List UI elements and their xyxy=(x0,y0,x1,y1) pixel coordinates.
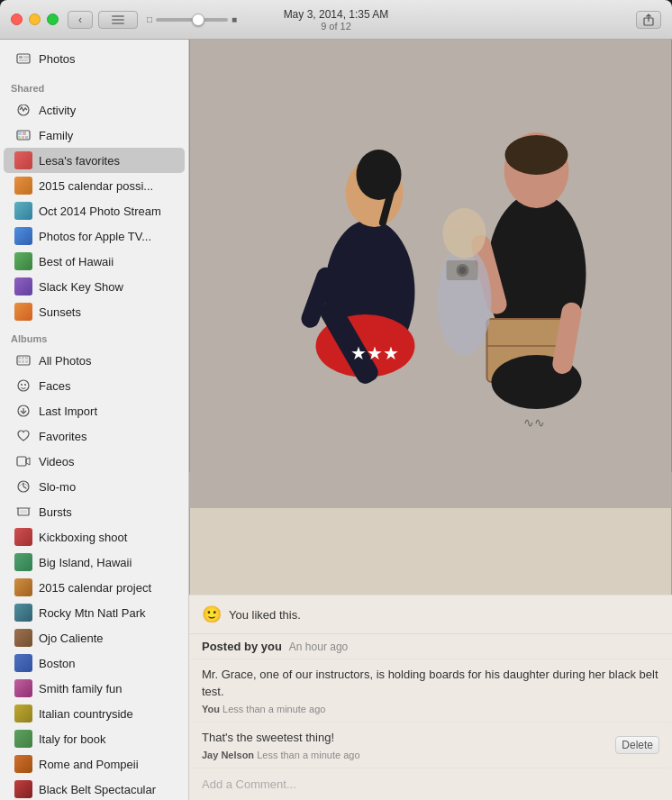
sidebar-item-kickboxing[interactable]: Kickboxing shoot xyxy=(4,524,185,550)
sidebar-item-videos[interactable]: Videos xyxy=(4,449,185,474)
sidebar-ojocaliente-label: Ojo Caliente xyxy=(39,632,104,645)
titlebar-info: May 3, 2014, 1:35 AM 9 of 12 xyxy=(284,8,389,32)
sidebar-2015calendarproject-label: 2015 calendar project xyxy=(39,581,151,595)
posted-time: An hour ago xyxy=(289,641,348,653)
sidebar-item-italyforbook[interactable]: Italy for book xyxy=(4,726,185,751)
bigisland-thumb xyxy=(14,553,32,571)
sidebar-item-ojocaliente[interactable]: Ojo Caliente xyxy=(4,625,185,650)
sidebar-item-bursts[interactable]: Bursts xyxy=(4,499,185,524)
sidebar-item-faces[interactable]: Faces xyxy=(4,373,185,398)
sidebar-item-bigisland[interactable]: Big Island, Hawaii xyxy=(4,550,185,575)
sidebar-photos-label: Photos xyxy=(39,52,75,66)
sidebar-faces-label: Faces xyxy=(39,379,70,393)
svg-rect-17 xyxy=(25,360,28,363)
sidebar-item-blackbelt[interactable]: Black Belt Spectacular xyxy=(4,777,185,800)
zoom-in-icon: ■ xyxy=(232,14,237,24)
albums-section-header: Albums xyxy=(0,324,188,348)
zoom-slider[interactable]: □ ■ xyxy=(147,14,237,24)
sidebar-item-oct2014[interactable]: Oct 2014 Photo Stream xyxy=(4,198,185,223)
slackkey-thumb xyxy=(14,277,32,295)
sidebar-sunsets-label: Sunsets xyxy=(39,305,81,319)
sidebar-blackbelt-label: Black Belt Spectacular xyxy=(39,783,156,796)
bursts-icon xyxy=(14,503,32,521)
photosappletv-thumb xyxy=(14,227,32,245)
sidebar-item-family[interactable]: Family xyxy=(4,123,185,148)
sidebar-item-sunsets[interactable]: Sunsets xyxy=(4,299,185,324)
svg-rect-15 xyxy=(18,360,21,363)
sidebar-slowmo-label: Slo-mo xyxy=(39,480,76,494)
svg-rect-26 xyxy=(20,510,27,514)
main-content: Photos Shared Activity xyxy=(0,40,672,800)
romeandpompeii-thumb xyxy=(14,755,32,773)
favorites-icon xyxy=(14,427,32,445)
add-comment-input[interactable]: Add a Comment... xyxy=(189,768,672,800)
svg-rect-6 xyxy=(18,132,22,135)
sidebar-item-activity[interactable]: Activity xyxy=(4,97,185,123)
comment1-author: You xyxy=(202,704,220,714)
sidebar-toggle-button[interactable] xyxy=(98,11,138,29)
comment2-time: Less than a minute ago xyxy=(257,750,359,760)
sidebar-item-rockymtn[interactable]: Rocky Mtn Natl Park xyxy=(4,600,185,625)
comment2-meta: Jay Nelson Less than a minute ago xyxy=(202,750,608,760)
add-comment-placeholder: Add a Comment... xyxy=(202,777,296,791)
sidebar-item-romeandpompeii[interactable]: Rome and Pompeii xyxy=(4,751,185,777)
sidebar-item-boston[interactable]: Boston xyxy=(4,650,185,676)
posted-by-bar: Posted by you An hour ago xyxy=(189,634,672,659)
slider-track[interactable] xyxy=(156,18,228,22)
sidebar-romeandpompeii-label: Rome and Pompeii xyxy=(39,758,139,771)
sidebar-kickboxing-label: Kickboxing shoot xyxy=(39,531,127,544)
traffic-lights xyxy=(11,14,59,25)
delete-button[interactable]: Delete xyxy=(615,736,659,754)
svg-rect-2 xyxy=(19,56,23,59)
smithfamily-thumb xyxy=(14,679,32,697)
sidebar-favorites-label: Favorites xyxy=(39,430,86,443)
sidebar-family-label: Family xyxy=(39,129,73,142)
sidebar-item-lastimport[interactable]: Last Import xyxy=(4,398,185,423)
maximize-button[interactable] xyxy=(47,14,59,25)
italyforbook-thumb xyxy=(14,730,32,748)
svg-rect-14 xyxy=(25,357,28,359)
svg-point-50 xyxy=(443,208,486,259)
2015calendarproject-thumb xyxy=(14,578,32,596)
svg-rect-12 xyxy=(18,357,21,359)
svg-rect-10 xyxy=(25,136,28,139)
sidebar-slackkey-label: Slack Key Show xyxy=(39,280,123,294)
oct2014-thumb xyxy=(14,202,32,220)
sidebar-lastimport-label: Last Import xyxy=(39,405,97,418)
share-button[interactable] xyxy=(636,11,661,29)
slowmo-icon xyxy=(14,477,32,495)
sidebar-item-photosappletv[interactable]: Photos for Apple TV... xyxy=(4,223,185,249)
sidebar-smithfamily-label: Smith family fun xyxy=(39,682,122,695)
sidebar-item-smithfamily[interactable]: Smith family fun xyxy=(4,676,185,701)
svg-rect-9 xyxy=(22,136,24,139)
sidebar-item-bestofhawaii[interactable]: Best of Hawaii xyxy=(4,249,185,274)
sidebar-item-2015calendarproject[interactable]: 2015 calendar project xyxy=(4,575,185,600)
close-button[interactable] xyxy=(11,14,23,25)
sidebar-item-italiancountryside[interactable]: Italian countryside xyxy=(4,701,185,726)
sidebar-activity-label: Activity xyxy=(39,104,76,117)
sidebar-item-slowmo[interactable]: Slo-mo xyxy=(4,474,185,499)
svg-rect-23 xyxy=(17,457,26,466)
sunsets-thumb xyxy=(14,303,32,321)
bestofhawaii-thumb xyxy=(14,252,32,270)
svg-point-42 xyxy=(505,135,568,175)
sidebar-item-favorites[interactable]: Favorites xyxy=(4,423,185,449)
ojocaliente-thumb xyxy=(14,629,32,647)
lastimport-icon xyxy=(14,402,32,420)
sidebar-item-2015calendar[interactable]: 2015 calendar possi... xyxy=(4,173,185,198)
comment-overlay: 🙂 You liked this. Posted by you An hour … xyxy=(189,595,672,800)
kickboxing-thumb xyxy=(14,528,32,546)
back-button[interactable]: ‹ xyxy=(68,11,93,29)
svg-rect-31 xyxy=(190,40,672,508)
sidebar-item-slackkey[interactable]: Slack Key Show xyxy=(4,274,185,299)
sidebar-item-lesasfavorites[interactable]: Lesa's favorites xyxy=(4,148,185,173)
sidebar-lesasfavorites-label: Lesa's favorites xyxy=(39,154,120,168)
sidebar-italyforbook-label: Italy for book xyxy=(39,732,105,746)
sidebar-item-allphotos[interactable]: All Photos xyxy=(4,348,185,373)
minimize-button[interactable] xyxy=(29,14,41,25)
sidebar-rockymtn-label: Rocky Mtn Natl Park xyxy=(39,606,145,620)
svg-rect-8 xyxy=(18,136,21,139)
sidebar-item-photos[interactable]: Photos xyxy=(4,45,185,72)
like-bar: 🙂 You liked this. xyxy=(189,595,672,634)
photos-icon xyxy=(14,50,32,68)
